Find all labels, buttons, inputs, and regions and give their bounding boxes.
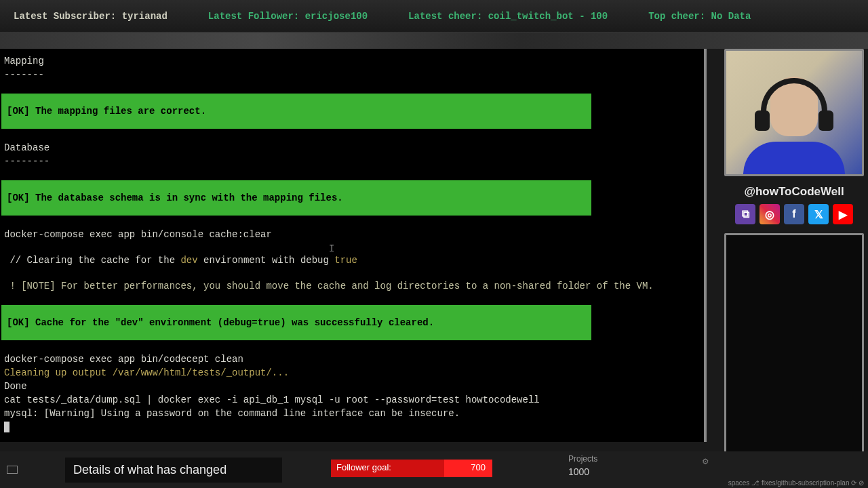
- command-line: docker-compose exec app bin/codecept cle…: [0, 352, 704, 366]
- youtube-icon[interactable]: ▶: [833, 204, 853, 224]
- output-warning: mysql: [Warning] Using a password on the…: [0, 407, 704, 420]
- goal-label: Follower goal:: [336, 462, 391, 472]
- section-underline: -------: [0, 68, 704, 81]
- twitch-icon[interactable]: ⧉: [735, 204, 755, 224]
- section-header-database: Database: [0, 141, 704, 155]
- output-done: Done: [0, 380, 704, 393]
- output-cleaning: Cleaning up output /var/www/html/tests/_…: [0, 366, 704, 380]
- ok-block-mapping: [OK] The mapping files are correct.: [1, 94, 591, 129]
- channel-handle-block: @howToCodeWell ⧉ ◎ f 𝕏 ▶: [724, 179, 864, 230]
- latest-subscriber: Latest Subscriber: tyrianad: [14, 11, 167, 22]
- status-strip: spaces ⎇ fixes/github-subscription-plan …: [728, 479, 864, 487]
- background-strip: [0, 33, 868, 49]
- command-line: docker-compose exec app bin/console cach…: [0, 228, 704, 241]
- stream-caption: Details of what has changed: [65, 458, 282, 483]
- social-icons: ⧉ ◎ f 𝕏 ▶: [735, 204, 853, 224]
- output-comment: // Clearing the cache for the dev enviro…: [0, 253, 704, 267]
- bottom-bar: Details of what has changed Follower goa…: [0, 451, 868, 488]
- twitter-icon[interactable]: 𝕏: [808, 204, 829, 224]
- window-icon[interactable]: [7, 466, 18, 474]
- gear-icon[interactable]: ⚙: [703, 455, 713, 466]
- facebook-icon[interactable]: f: [784, 204, 804, 224]
- projects-box: Projects 1000: [563, 451, 726, 488]
- latest-cheer: Latest cheer: coil_twitch_bot - 100: [408, 11, 608, 22]
- follower-goal-bar: Follower goal: 700: [331, 460, 492, 477]
- ok-block-database: [OK] The database schema is in sync with…: [1, 180, 591, 216]
- side-panel: [724, 233, 864, 457]
- instagram-icon[interactable]: ◎: [760, 204, 780, 224]
- prompt-cursor[interactable]: [0, 420, 704, 434]
- latest-follower: Latest Follower: ericjose100: [208, 11, 368, 22]
- webcam-feed: [724, 49, 864, 176]
- terminal[interactable]: Mapping ------- [OK] The mapping files a…: [0, 49, 707, 442]
- output-note: ! [NOTE] For better performances, you sh…: [0, 279, 704, 293]
- stream-top-bar: Latest Subscriber: tyrianad Latest Follo…: [0, 0, 868, 33]
- channel-handle: @howToCodeWell: [744, 185, 844, 199]
- top-cheer: Top cheer: No Data: [648, 11, 751, 22]
- goal-value: 700: [471, 462, 486, 472]
- projects-value: 1000: [568, 466, 720, 477]
- ok-block-cache: [OK] Cache for the "dev" environment (de…: [1, 305, 591, 340]
- command-line: cat tests/_data/dump.sql | docker exec -…: [0, 393, 704, 407]
- section-header-mapping: Mapping: [0, 54, 704, 68]
- section-underline: --------: [0, 155, 704, 168]
- projects-label: Projects: [568, 454, 720, 464]
